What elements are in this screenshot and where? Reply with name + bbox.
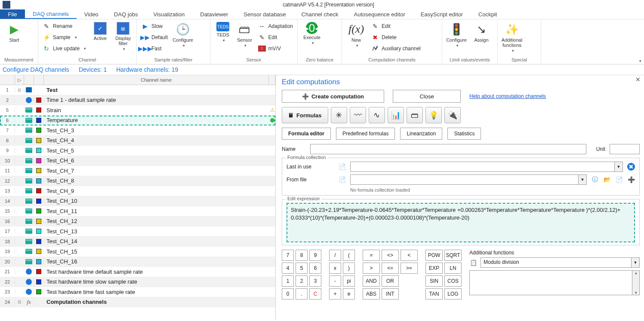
limits-assign[interactable]: ↘Assign	[470, 20, 493, 43]
key-INT[interactable]: INT	[382, 288, 399, 300]
close-icon[interactable]: ✕	[635, 76, 641, 83]
from-file-combo[interactable]: ▼	[350, 174, 587, 185]
channel-row[interactable]: 15Test_CH_11	[0, 206, 275, 217]
sample-button[interactable]: ⚡Sample	[41, 32, 88, 43]
tab-cockpit[interactable]: Cockpit	[471, 9, 505, 19]
key-2[interactable]: 2	[296, 275, 308, 287]
help-link[interactable]: Help about computation channels	[469, 93, 546, 99]
key-<=[interactable]: <=	[382, 263, 399, 274]
channel-row[interactable]: 24⊟fxComputation channels	[0, 297, 275, 308]
key-8[interactable]: 8	[296, 250, 308, 261]
aux-channel-button[interactable]: 🗲Auxiliary channel	[370, 43, 422, 54]
key->[interactable]: >	[363, 263, 380, 274]
tab-easyscript-editor[interactable]: EasyScript editor	[413, 9, 471, 19]
remove-icon[interactable]: ✖	[627, 163, 635, 171]
key-=[interactable]: =	[363, 250, 380, 261]
key-COS[interactable]: COS	[444, 275, 462, 287]
channel-row[interactable]: 21Test hardware time default sample rate	[0, 267, 275, 277]
expression-editor[interactable]: Strain-(-20.23+2.19*Temperature-0.0645*T…	[287, 203, 635, 242]
channel-row[interactable]: 16Test_CH_12	[0, 217, 275, 227]
channel-row[interactable]: 6Temperature	[0, 116, 275, 126]
doc-icon[interactable]: 📄	[338, 176, 346, 183]
active-button[interactable]: ✓Active	[89, 20, 111, 41]
key-AND[interactable]: AND	[363, 275, 380, 287]
name-input[interactable]	[310, 144, 586, 154]
channel-row[interactable]: 22Test hardware time slow sample rate	[0, 277, 275, 287]
channel-row[interactable]: 20Test_CH_16	[0, 257, 275, 267]
configure-link[interactable]: Configure DAQ channels	[3, 66, 69, 73]
key-EXP[interactable]: EXP	[425, 263, 443, 274]
key-ABS[interactable]: ABS	[363, 288, 380, 300]
channel-row[interactable]: 18Test_CH_14	[0, 237, 275, 247]
tab-daq-jobs[interactable]: DAQ jobs	[106, 9, 146, 19]
key-6[interactable]: 6	[309, 263, 321, 274]
file-menu[interactable]: File	[0, 9, 25, 19]
channel-row[interactable]: 13Test_CH_9	[0, 186, 275, 196]
channel-row[interactable]: 10Test_CH_6	[0, 156, 275, 166]
key-5[interactable]: 5	[296, 263, 308, 274]
new-comp-button[interactable]: f(x)New	[345, 20, 368, 48]
additional-functions[interactable]: ✨Additional functions	[500, 20, 524, 53]
mvv-button[interactable]: ⎍mV/V	[256, 43, 295, 54]
adaptation-button[interactable]: ↔Adaptation	[256, 21, 295, 31]
info-icon[interactable]: ⓘ	[591, 176, 599, 183]
tab-autosequence-editor[interactable]: Autosequence editor	[346, 9, 413, 19]
insert-icon[interactable]: 📋	[469, 259, 477, 266]
channel-row[interactable]: 11Test_CH_7	[0, 166, 275, 176]
key-e[interactable]: e	[343, 288, 355, 300]
doc-icon[interactable]: 📄	[338, 163, 346, 171]
display-filter-button[interactable]: ≣Display filter	[113, 20, 134, 51]
start-button[interactable]: ▶Start	[3, 20, 26, 43]
key-<[interactable]: <	[401, 250, 418, 261]
cat-power[interactable]: 🔌	[444, 107, 461, 123]
channel-row[interactable]: 7Test_CH_3	[0, 125, 275, 136]
slow-rate[interactable]: ▶Slow	[139, 21, 169, 31]
unit-input[interactable]	[610, 144, 640, 154]
tab-sensor-database[interactable]: Sensor database	[236, 9, 293, 19]
channel-row[interactable]: 9Test_CH_5	[0, 146, 275, 156]
key-+[interactable]: +	[329, 288, 341, 300]
default-rate[interactable]: ▶▶Default	[139, 32, 169, 43]
key-LOG[interactable]: LOG	[444, 288, 462, 300]
key-C[interactable]: C	[309, 288, 321, 300]
execute-button[interactable]: ▶0◀Execute	[300, 20, 324, 45]
rename-button[interactable]: ✎Rename	[41, 21, 88, 31]
add-file-icon[interactable]: ➕	[627, 176, 635, 183]
cat-tips[interactable]: 💡	[425, 107, 442, 123]
col-channel-name[interactable]: Channel name	[44, 75, 269, 85]
new-file-icon[interactable]: 📄	[615, 176, 623, 183]
key-x[interactable]: x	[329, 263, 341, 274]
key-([interactable]: (	[343, 250, 355, 261]
limits-configure[interactable]: 🚦Configure	[445, 20, 468, 48]
comp-delete-button[interactable]: ✖Delete	[370, 32, 422, 43]
formula-tab-statistics[interactable]: Statistics	[447, 128, 481, 140]
channel-row[interactable]: 5Strain⚠	[0, 105, 275, 116]
af-combo[interactable]: Modulo division▼	[481, 257, 640, 268]
key-pi[interactable]: pi	[343, 275, 355, 287]
channel-row[interactable]: 12Test_CH_8	[0, 176, 275, 186]
channel-row[interactable]: 2Time 1 - default sample rate	[0, 95, 275, 106]
key--[interactable]: -	[329, 275, 341, 287]
formula-tab-formula-editor[interactable]: Formula editor	[282, 128, 331, 140]
comp-edit-button[interactable]: ✎Edit	[370, 21, 422, 31]
key-POW[interactable]: POW	[425, 250, 443, 261]
close-button[interactable]: Close	[393, 90, 461, 103]
create-computation-button[interactable]: ➕Create computation	[282, 90, 384, 103]
tab-video[interactable]: Video	[77, 9, 106, 19]
configure-rates[interactable]: 🕒Configure	[171, 20, 194, 48]
open-icon[interactable]: 📂	[603, 176, 611, 183]
cat-cycle[interactable]: ∿	[369, 107, 385, 123]
expand-all[interactable]: ▷	[15, 75, 24, 85]
fast-rate[interactable]: ▶▶▶Fast	[139, 43, 169, 54]
formula-tab-predefined-formulas[interactable]: Predefined formulas	[336, 128, 395, 140]
key-OR[interactable]: OR	[382, 275, 399, 287]
tab-dataviewer[interactable]: Dataviewer	[192, 9, 236, 19]
channel-row[interactable]: 1⊟Test	[0, 85, 275, 95]
channel-row[interactable]: 14Test_CH_10	[0, 196, 275, 207]
cat-sensor[interactable]: 🗃	[407, 107, 423, 123]
sensor-button[interactable]: 🗃Sensor	[234, 20, 254, 48]
last-in-use-combo[interactable]: ▼	[350, 162, 623, 172]
key-SIN[interactable]: SIN	[425, 275, 443, 287]
scrollbar[interactable]: ▴▾	[632, 271, 639, 295]
channel-row[interactable]: 19Test_CH_15	[0, 247, 275, 257]
